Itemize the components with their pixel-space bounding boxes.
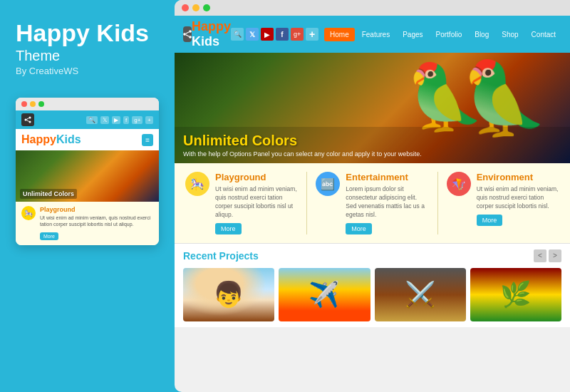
nav-home[interactable]: Home [324,28,355,41]
browser-dot-yellow [192,4,200,11]
plus-icon[interactable]: + [306,28,318,41]
feature-entertainment-text: Lorem ipsum dolor sit consectetur adipis… [346,185,428,220]
recent-header: Recent Projects < > [183,249,561,262]
nav-features[interactable]: Features [356,28,395,41]
site-logo: Happy Kids [192,19,231,49]
brand-author: By CreativeWS [16,66,159,76]
mini-feature-content: Playground Ut wisi enim ad minim veniam,… [40,206,153,240]
facebook-icon[interactable]: f [276,28,289,41]
hero-section: 🦜 🦜 Unlimited Colors With the help of Op… [175,53,570,163]
feature-entertainment-title: Entertainment [346,172,428,182]
mini-twitter-icon: 𝕏 [100,116,109,124]
mini-menu-button[interactable]: ≡ [142,134,153,146]
feature-environment-more[interactable]: More [477,215,503,226]
recent-item-3-image: ⚔️ [375,268,466,321]
feature-environment-title: Environment [477,172,559,182]
feature-playground-title: Playground [215,172,298,182]
recent-item-4[interactable]: 🌿 [470,268,561,321]
feature-environment-text: Ut wisi enim ad minim veniam, quis nostr… [477,185,559,211]
feature-environment-icon: 🪁 [447,172,471,196]
recent-item-4-image: 🌿 [470,268,561,321]
mini-youtube-icon: ▶ [112,116,120,124]
mini-feature-title: Playground [40,206,153,213]
hero-title: Unlimited Colors [183,133,561,149]
feature-entertainment: 🔤 Entertainment Lorem ipsum dolor sit co… [316,172,428,234]
recent-item-3[interactable]: ⚔️ [375,268,466,321]
feature-divider-1 [306,172,307,234]
mini-logo-text: HappyKids [21,133,81,146]
site-nav: Home Features Pages Portfolio Blog Shop … [324,28,561,41]
hero-subtitle: With the help of Options Panel you can s… [183,150,561,158]
mini-dot-red [21,101,27,107]
recent-item-2-image: ✈️ [279,268,370,321]
feature-playground-text: Ut wisi enim ad minim veniam, quis nostr… [215,185,298,220]
brand-subtitle: Theme [16,48,159,64]
recent-nav: < > [534,249,561,262]
mini-plus-icon: + [145,116,153,124]
feature-playground: 🎠 Playground Ut wisi enim ad minim venia… [185,172,298,234]
recent-item-2[interactable]: ✈️ [279,268,370,321]
mini-search-icon: 🔍 [86,116,98,124]
feature-entertainment-more[interactable]: More [346,223,372,234]
search-icon[interactable]: 🔍 [231,28,244,41]
recent-item-1-image: 👦 [183,268,274,321]
mini-hero-title: Unlimited Colors [20,189,77,199]
svg-line-9 [186,35,190,36]
nav-pages[interactable]: Pages [397,28,428,41]
browser-topbar [175,0,570,16]
feature-playground-more[interactable]: More [215,223,242,234]
nav-shop[interactable]: Shop [496,28,524,41]
right-panel: Happy Kids 🔍 𝕏 ▶ f g+ + Home Features Pa… [175,0,570,392]
browser-dot-red [182,4,189,11]
feature-entertainment-content: Entertainment Lorem ipsum dolor sit cons… [346,172,428,234]
nav-blog[interactable]: Blog [469,28,494,41]
mini-browser-bar [16,98,159,110]
feature-entertainment-icon: 🔤 [316,172,340,196]
nav-contact[interactable]: Contact [526,28,561,41]
recent-item-1[interactable]: 👦 [183,268,274,321]
mini-gplus-icon: g+ [132,116,142,124]
recent-title: Recent Projects [183,250,259,262]
site-content: Happy Kids 🔍 𝕏 ▶ f g+ + Home Features Pa… [175,16,570,392]
header-social-icons: 🔍 𝕏 ▶ f g+ + [231,28,318,41]
nav-portfolio[interactable]: Portfolio [430,28,468,41]
recent-projects-section: Recent Projects < > 👦 ✈️ ⚔️ 🌿 [175,243,570,327]
hero-overlay: Unlimited Colors With the help of Option… [175,127,570,163]
site-header: Happy Kids 🔍 𝕏 ▶ f g+ + Home Features Pa… [175,16,570,53]
svg-point-2 [29,121,31,123]
svg-point-1 [25,119,27,121]
svg-line-3 [26,118,28,120]
share-icon[interactable] [183,26,192,42]
mini-browser-mockup: 🔍 𝕏 ▶ f g+ + HappyKids ≡ Unlimited Color… [16,98,159,244]
feature-environment: 🪁 Environment Ut wisi enim ad minim veni… [447,172,559,234]
feature-environment-content: Environment Ut wisi enim ad minim veniam… [477,172,559,226]
svg-point-6 [183,33,186,36]
mini-feature-text: Ut wisi enim ad minim veniam, quis nostr… [40,215,153,227]
left-panel: Happy Kids Theme By CreativeWS 🔍 𝕏 [0,0,175,392]
features-section: 🎠 Playground Ut wisi enim ad minim venia… [175,163,570,243]
mini-toolbar-icons: 🔍 𝕏 ▶ f g+ + [86,116,153,124]
brand-title: Happy Kids [16,20,159,46]
feature-playground-content: Playground Ut wisi enim ad minim veniam,… [215,172,298,234]
mini-hero-image: Unlimited Colors [16,150,159,202]
mini-feature-section: 🎠 Playground Ut wisi enim ad minim venia… [16,202,159,244]
feature-playground-icon: 🎠 [185,172,209,196]
mini-facebook-icon: f [123,116,129,124]
svg-line-8 [186,32,190,33]
svg-point-0 [29,117,31,119]
feature-divider-2 [437,172,438,234]
mini-logo: HappyKids ≡ [16,129,159,150]
recent-prev-button[interactable]: < [534,249,546,262]
mini-share-icon [21,113,34,126]
mini-feature-icon: 🎠 [21,206,36,220]
mini-more-button[interactable]: More [40,232,58,240]
recent-grid: 👦 ✈️ ⚔️ 🌿 [183,268,561,321]
mini-dot-yellow [30,101,36,107]
recent-next-button[interactable]: > [549,249,561,262]
youtube-icon[interactable]: ▶ [261,28,274,41]
browser-dot-green [203,4,210,11]
mini-dot-green [38,101,44,107]
twitter-icon[interactable]: 𝕏 [246,28,259,41]
svg-line-4 [26,120,28,122]
gplus-icon[interactable]: g+ [291,28,304,41]
